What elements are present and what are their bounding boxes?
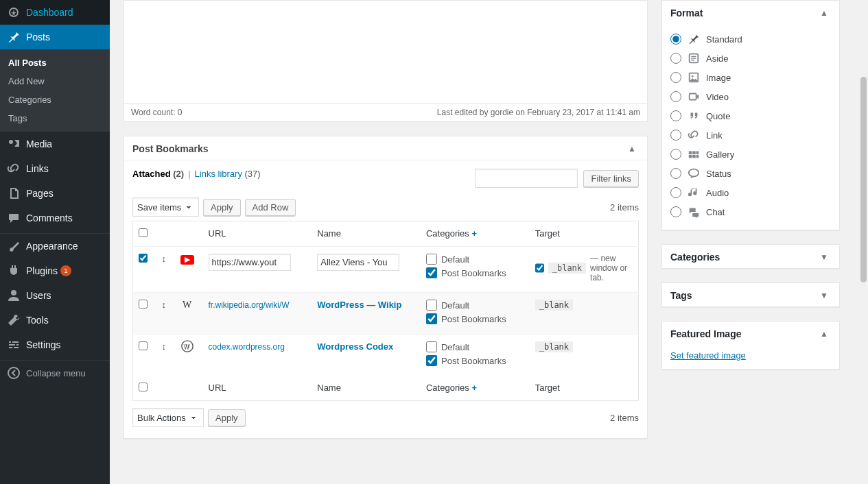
favicon-wordpress-icon: [180, 341, 194, 351]
format-option-video[interactable]: Video: [670, 87, 831, 106]
url-link[interactable]: fr.wikipedia.org/wiki/W: [209, 300, 290, 310]
col-target[interactable]: Target: [530, 221, 639, 247]
table-row: ↕ ▶ Default Post Bookmarks _blank: [133, 247, 639, 293]
format-option-standard[interactable]: Standard: [670, 29, 831, 49]
bulk-action-top-select[interactable]: Save items: [132, 197, 199, 217]
name-link[interactable]: Wordpress Codex: [317, 341, 393, 352]
format-radio[interactable]: [670, 206, 681, 217]
drag-handle-icon[interactable]: ↕: [156, 247, 175, 293]
format-option-chat[interactable]: Chat: [670, 202, 831, 221]
drag-handle-icon[interactable]: ↕: [156, 293, 175, 335]
toggle-collapse-icon[interactable]: ▲: [817, 6, 831, 20]
target-checkbox[interactable]: [535, 263, 544, 274]
format-radio[interactable]: [670, 91, 681, 102]
tab-links-library[interactable]: Links library (37): [195, 169, 261, 179]
scrollbar[interactable]: [858, 0, 868, 484]
pin-icon: [7, 30, 21, 44]
collapse-menu[interactable]: Collapse menu: [0, 361, 110, 385]
scrollbar-thumb[interactable]: [860, 77, 867, 282]
bookmarks-table: URL Name Categories + Target ↕ ▶: [132, 221, 639, 401]
cat-default-checkbox[interactable]: [426, 300, 437, 311]
cat-default-checkbox[interactable]: [426, 341, 437, 352]
items-count-top: 2 items: [610, 202, 639, 213]
name-link[interactable]: WordPress — Wikip: [317, 300, 401, 310]
add-row-button[interactable]: Add Row: [245, 199, 296, 216]
sidebar-item-pages[interactable]: Pages: [0, 181, 110, 206]
cat-default-checkbox[interactable]: [426, 254, 437, 265]
format-radio[interactable]: [670, 110, 681, 121]
comment-icon: [7, 211, 21, 225]
audio-icon: [687, 186, 701, 199]
row-select-checkbox[interactable]: [139, 300, 148, 308]
url-link[interactable]: codex.wordpress.org: [209, 342, 285, 352]
format-option-link[interactable]: Link: [670, 125, 831, 145]
wrench-icon: [7, 313, 21, 327]
sidebar-item-settings[interactable]: Settings: [0, 332, 110, 357]
format-option-gallery[interactable]: Gallery: [670, 145, 831, 164]
add-category-icon[interactable]: +: [471, 383, 477, 393]
format-option-status[interactable]: Status: [670, 164, 831, 183]
format-option-aside[interactable]: Aside: [670, 49, 831, 68]
format-radio[interactable]: [670, 168, 681, 179]
media-icon: [7, 137, 21, 151]
word-count: Word count: 0: [131, 108, 182, 117]
toggle-collapse-icon[interactable]: ▲: [625, 142, 639, 156]
apply-bottom-button[interactable]: Apply: [208, 409, 246, 426]
drag-handle-icon[interactable]: ↕: [156, 335, 175, 376]
format-radio[interactable]: [670, 34, 681, 45]
name-input[interactable]: [317, 254, 399, 271]
format-radio[interactable]: [670, 149, 681, 160]
submenu-all-posts[interactable]: All Posts: [0, 53, 110, 72]
filter-links-input[interactable]: [475, 169, 578, 188]
col-categories[interactable]: Categories +: [421, 221, 530, 247]
format-radio[interactable]: [670, 53, 681, 64]
cat-postbookmarks-checkbox[interactable]: [426, 313, 437, 324]
apply-top-button[interactable]: Apply: [203, 199, 241, 216]
format-option-audio[interactable]: Audio: [670, 183, 831, 202]
sidebar-item-plugins[interactable]: Plugins 1: [0, 258, 110, 283]
submenu-add-new[interactable]: Add New: [0, 72, 110, 90]
col-url[interactable]: URL: [203, 221, 312, 247]
sidebar-item-media[interactable]: Media: [0, 132, 110, 156]
cat-postbookmarks-checkbox[interactable]: [426, 355, 437, 366]
row-select-checkbox[interactable]: [139, 341, 148, 350]
url-input[interactable]: [209, 254, 291, 271]
sidebar-item-dashboard[interactable]: Dashboard: [0, 0, 110, 25]
col-name[interactable]: Name: [312, 221, 421, 247]
sidebar-item-appearance[interactable]: Appearance: [0, 234, 110, 258]
add-category-icon[interactable]: +: [471, 228, 477, 239]
sidebar-item-comments[interactable]: Comments: [0, 206, 110, 230]
target-code: _blank: [535, 341, 573, 352]
format-option-image[interactable]: Image: [670, 68, 831, 87]
svg-rect-11: [689, 155, 692, 158]
select-all-top[interactable]: [139, 228, 148, 237]
format-option-quote[interactable]: Quote: [670, 106, 831, 125]
categories-metabox: Categories ▼: [661, 244, 840, 269]
status-icon: [687, 167, 701, 180]
bulk-action-bottom-select[interactable]: Bulk Actions: [132, 408, 204, 427]
plug-icon: [7, 264, 21, 278]
sidebar-item-users[interactable]: Users: [0, 283, 110, 308]
sliders-icon: [7, 338, 21, 352]
cat-postbookmarks-checkbox[interactable]: [426, 267, 437, 278]
set-featured-image-link[interactable]: Set featured image: [670, 350, 746, 361]
submenu-tags[interactable]: Tags: [0, 109, 110, 128]
editor-body[interactable]: Word count: 0 Last edited by gordie on F…: [124, 0, 648, 122]
format-radio[interactable]: [670, 187, 681, 198]
toggle-collapse-icon[interactable]: ▲: [817, 327, 831, 341]
format-radio[interactable]: [670, 130, 681, 141]
tab-attached[interactable]: Attached (2): [132, 169, 184, 179]
format-radio[interactable]: [670, 72, 681, 83]
col-target-foot: Target: [530, 376, 639, 401]
sidebar-item-links[interactable]: Links: [0, 156, 110, 181]
table-row: ↕ codex.wordpress.org Wordpress Codex De…: [133, 335, 639, 376]
sidebar-item-tools[interactable]: Tools: [0, 308, 110, 332]
row-select-checkbox[interactable]: [139, 254, 148, 263]
toggle-collapse-icon[interactable]: ▼: [817, 289, 831, 302]
sidebar-item-posts[interactable]: Posts: [0, 25, 110, 49]
select-all-bottom[interactable]: [139, 383, 148, 391]
submenu-categories[interactable]: Categories: [0, 90, 110, 109]
toggle-collapse-icon[interactable]: ▼: [817, 250, 831, 264]
svg-rect-8: [689, 152, 692, 155]
filter-links-button[interactable]: Filter links: [583, 170, 639, 187]
